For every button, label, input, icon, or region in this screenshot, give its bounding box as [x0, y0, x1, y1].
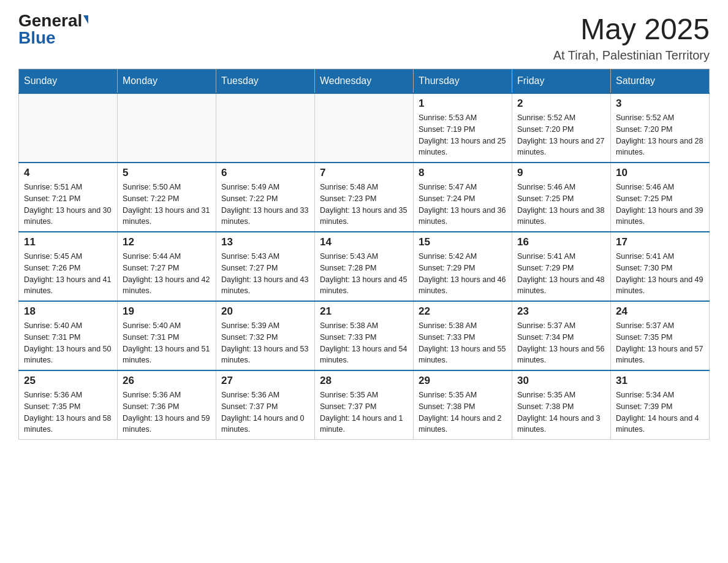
calendar-cell: 12Sunrise: 5:44 AMSunset: 7:27 PMDayligh…	[118, 232, 216, 301]
day-number: 14	[320, 236, 408, 248]
day-sun-info: Sunrise: 5:40 AMSunset: 7:31 PMDaylight:…	[24, 320, 112, 366]
day-of-week-header: Sunday	[19, 69, 118, 94]
day-sun-info: Sunrise: 5:49 AMSunset: 7:22 PMDaylight:…	[221, 182, 309, 228]
day-sun-info: Sunrise: 5:44 AMSunset: 7:27 PMDaylight:…	[123, 251, 211, 297]
title-block: May 2025 At Tirah, Palestinian Territory	[553, 12, 710, 63]
calendar-cell: 4Sunrise: 5:51 AMSunset: 7:21 PMDaylight…	[19, 163, 118, 232]
day-number: 10	[616, 167, 704, 179]
day-number: 19	[123, 305, 211, 318]
calendar-cell: 17Sunrise: 5:41 AMSunset: 7:30 PMDayligh…	[611, 232, 710, 301]
day-number: 30	[517, 375, 605, 387]
calendar-cell: 20Sunrise: 5:39 AMSunset: 7:32 PMDayligh…	[216, 301, 315, 370]
calendar-cell: 21Sunrise: 5:38 AMSunset: 7:33 PMDayligh…	[315, 301, 414, 370]
day-sun-info: Sunrise: 5:43 AMSunset: 7:28 PMDaylight:…	[320, 251, 408, 297]
day-sun-info: Sunrise: 5:39 AMSunset: 7:32 PMDaylight:…	[221, 320, 309, 366]
day-sun-info: Sunrise: 5:35 AMSunset: 7:38 PMDaylight:…	[419, 389, 507, 435]
day-sun-info: Sunrise: 5:40 AMSunset: 7:31 PMDaylight:…	[123, 320, 211, 366]
day-number: 22	[419, 305, 507, 318]
day-sun-info: Sunrise: 5:43 AMSunset: 7:27 PMDaylight:…	[221, 251, 309, 297]
calendar-cell: 28Sunrise: 5:35 AMSunset: 7:37 PMDayligh…	[315, 370, 414, 440]
calendar-cell: 29Sunrise: 5:35 AMSunset: 7:38 PMDayligh…	[414, 370, 512, 440]
calendar-cell: 31Sunrise: 5:34 AMSunset: 7:39 PMDayligh…	[611, 370, 710, 440]
day-sun-info: Sunrise: 5:41 AMSunset: 7:30 PMDaylight:…	[616, 251, 704, 297]
day-sun-info: Sunrise: 5:46 AMSunset: 7:25 PMDaylight:…	[616, 182, 704, 228]
day-number: 31	[616, 375, 704, 387]
logo-triangle-icon	[83, 15, 88, 24]
calendar-cell	[118, 93, 216, 163]
day-number: 27	[221, 375, 309, 387]
calendar-cell: 18Sunrise: 5:40 AMSunset: 7:31 PMDayligh…	[19, 301, 118, 370]
day-sun-info: Sunrise: 5:45 AMSunset: 7:26 PMDaylight:…	[24, 251, 112, 297]
day-sun-info: Sunrise: 5:53 AMSunset: 7:19 PMDaylight:…	[419, 112, 507, 158]
day-sun-info: Sunrise: 5:38 AMSunset: 7:33 PMDaylight:…	[419, 320, 507, 366]
day-sun-info: Sunrise: 5:51 AMSunset: 7:21 PMDaylight:…	[24, 182, 112, 228]
week-row: 18Sunrise: 5:40 AMSunset: 7:31 PMDayligh…	[19, 301, 710, 370]
day-number: 11	[24, 236, 112, 248]
day-number: 18	[24, 305, 112, 318]
week-row: 25Sunrise: 5:36 AMSunset: 7:35 PMDayligh…	[19, 370, 710, 440]
page-header: General Blue May 2025 At Tirah, Palestin…	[18, 12, 710, 63]
day-number: 15	[419, 236, 507, 248]
calendar-cell: 19Sunrise: 5:40 AMSunset: 7:31 PMDayligh…	[118, 301, 216, 370]
day-number: 12	[123, 236, 211, 248]
calendar-cell: 23Sunrise: 5:37 AMSunset: 7:34 PMDayligh…	[512, 301, 611, 370]
day-number: 17	[616, 236, 704, 248]
day-sun-info: Sunrise: 5:47 AMSunset: 7:24 PMDaylight:…	[419, 182, 507, 228]
day-sun-info: Sunrise: 5:36 AMSunset: 7:36 PMDaylight:…	[123, 389, 211, 435]
day-number: 28	[320, 375, 408, 387]
day-of-week-header: Monday	[118, 69, 216, 94]
day-sun-info: Sunrise: 5:36 AMSunset: 7:35 PMDaylight:…	[24, 389, 112, 435]
calendar-table: SundayMondayTuesdayWednesdayThursdayFrid…	[18, 69, 710, 440]
calendar-cell: 15Sunrise: 5:42 AMSunset: 7:29 PMDayligh…	[414, 232, 512, 301]
day-number: 8	[419, 167, 507, 179]
day-number: 5	[123, 167, 211, 179]
day-sun-info: Sunrise: 5:42 AMSunset: 7:29 PMDaylight:…	[419, 251, 507, 297]
calendar-cell: 10Sunrise: 5:46 AMSunset: 7:25 PMDayligh…	[611, 163, 710, 232]
calendar-cell: 8Sunrise: 5:47 AMSunset: 7:24 PMDaylight…	[414, 163, 512, 232]
calendar-cell: 22Sunrise: 5:38 AMSunset: 7:33 PMDayligh…	[414, 301, 512, 370]
day-number: 4	[24, 167, 112, 179]
day-of-week-header: Tuesday	[216, 69, 315, 94]
day-number: 21	[320, 305, 408, 318]
calendar-cell	[216, 93, 315, 163]
day-number: 26	[123, 375, 211, 387]
calendar-cell: 25Sunrise: 5:36 AMSunset: 7:35 PMDayligh…	[19, 370, 118, 440]
day-sun-info: Sunrise: 5:50 AMSunset: 7:22 PMDaylight:…	[123, 182, 211, 228]
day-sun-info: Sunrise: 5:37 AMSunset: 7:34 PMDaylight:…	[517, 320, 605, 366]
calendar-cell	[315, 93, 414, 163]
calendar-cell: 13Sunrise: 5:43 AMSunset: 7:27 PMDayligh…	[216, 232, 315, 301]
day-sun-info: Sunrise: 5:41 AMSunset: 7:29 PMDaylight:…	[517, 251, 605, 297]
day-sun-info: Sunrise: 5:46 AMSunset: 7:25 PMDaylight:…	[517, 182, 605, 228]
day-number: 7	[320, 167, 408, 179]
calendar-cell: 9Sunrise: 5:46 AMSunset: 7:25 PMDaylight…	[512, 163, 611, 232]
calendar-cell: 30Sunrise: 5:35 AMSunset: 7:38 PMDayligh…	[512, 370, 611, 440]
week-row: 11Sunrise: 5:45 AMSunset: 7:26 PMDayligh…	[19, 232, 710, 301]
day-sun-info: Sunrise: 5:38 AMSunset: 7:33 PMDaylight:…	[320, 320, 408, 366]
location-subtitle: At Tirah, Palestinian Territory	[553, 48, 710, 63]
day-sun-info: Sunrise: 5:35 AMSunset: 7:38 PMDaylight:…	[517, 389, 605, 435]
week-row: 4Sunrise: 5:51 AMSunset: 7:21 PMDaylight…	[19, 163, 710, 232]
day-number: 24	[616, 305, 704, 318]
day-number: 2	[517, 98, 605, 110]
day-number: 3	[616, 98, 704, 110]
day-sun-info: Sunrise: 5:48 AMSunset: 7:23 PMDaylight:…	[320, 182, 408, 228]
day-sun-info: Sunrise: 5:36 AMSunset: 7:37 PMDaylight:…	[221, 389, 309, 435]
day-of-week-header: Thursday	[414, 69, 512, 94]
calendar-header-row: SundayMondayTuesdayWednesdayThursdayFrid…	[19, 69, 710, 94]
day-of-week-header: Wednesday	[315, 69, 414, 94]
day-sun-info: Sunrise: 5:52 AMSunset: 7:20 PMDaylight:…	[616, 112, 704, 158]
day-number: 9	[517, 167, 605, 179]
calendar-cell: 16Sunrise: 5:41 AMSunset: 7:29 PMDayligh…	[512, 232, 611, 301]
logo: General Blue	[18, 12, 88, 47]
calendar-cell: 6Sunrise: 5:49 AMSunset: 7:22 PMDaylight…	[216, 163, 315, 232]
calendar-cell: 11Sunrise: 5:45 AMSunset: 7:26 PMDayligh…	[19, 232, 118, 301]
calendar-cell: 24Sunrise: 5:37 AMSunset: 7:35 PMDayligh…	[611, 301, 710, 370]
month-year-title: May 2025	[553, 12, 710, 46]
logo-blue-text: Blue	[18, 28, 56, 47]
day-number: 20	[221, 305, 309, 318]
day-of-week-header: Saturday	[611, 69, 710, 94]
day-number: 13	[221, 236, 309, 248]
calendar-cell: 7Sunrise: 5:48 AMSunset: 7:23 PMDaylight…	[315, 163, 414, 232]
calendar-cell: 5Sunrise: 5:50 AMSunset: 7:22 PMDaylight…	[118, 163, 216, 232]
day-number: 16	[517, 236, 605, 248]
